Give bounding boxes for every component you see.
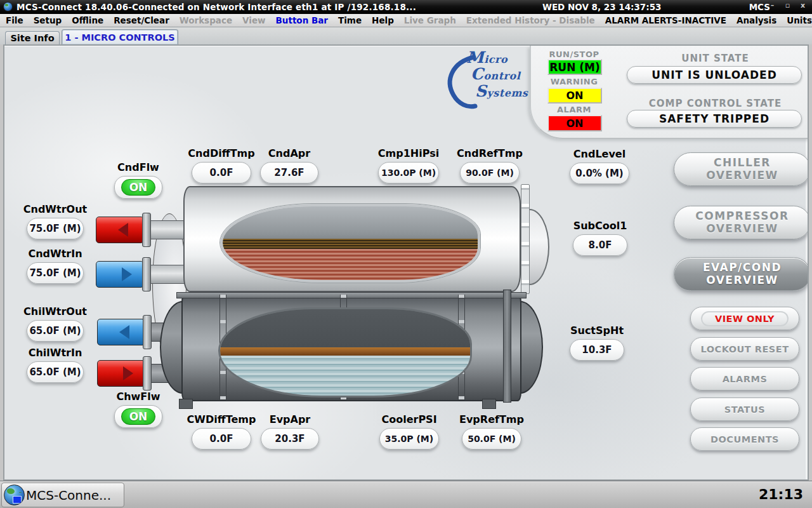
sensor-label: ChwFlw xyxy=(109,391,167,403)
sensor-subcool1: SubCool1 8.0F xyxy=(565,220,635,256)
taskbar-clock: 21:13 xyxy=(759,486,803,502)
sensor-label: CndWtrOut xyxy=(17,203,93,215)
sensor-value[interactable]: 10.3F xyxy=(570,339,624,361)
view-only-button[interactable]: VIEW ONLY xyxy=(690,307,799,330)
status-button[interactable]: STATUS xyxy=(690,398,799,421)
minimize-icon[interactable]: – xyxy=(768,1,776,10)
main-panel: RUN/STOP RUN (M) WARNING ON ALARM ON UNI… xyxy=(3,44,809,481)
menu-view: View xyxy=(242,15,265,25)
menu-button-bar[interactable]: Button Bar xyxy=(276,15,328,25)
chiller-overview-button[interactable]: CHILLER OVERVIEW xyxy=(674,152,809,186)
menu-offline[interactable]: Offline xyxy=(72,15,103,25)
tab-bar: Site Info 1 - MICRO CONTROLS xyxy=(0,27,812,44)
sensor-cndwtrin: CndWtrIn 75.0F (M) xyxy=(17,248,93,284)
sensor-value[interactable]: 90.0F (M) xyxy=(460,162,520,184)
taskbar-app-button[interactable]: MCS-Conne... xyxy=(1,483,124,507)
evaporator-top-rim xyxy=(176,292,527,298)
cond-water-in-pipe xyxy=(96,261,144,288)
sensor-value[interactable]: 35.0P (M) xyxy=(379,428,439,450)
condenser-vapor-zone xyxy=(223,206,478,239)
run-stop-indicator: RUN (M) xyxy=(547,59,602,75)
nav-button-line1: EVAP/COND xyxy=(703,262,782,274)
sensor-label: CoolerPSI xyxy=(374,413,444,425)
condenser-refrigerant-view xyxy=(220,204,480,283)
menu-units[interactable]: Units xyxy=(787,15,812,25)
comp-control-state-value: SAFETY TRIPPED xyxy=(627,110,802,128)
pipe-collar xyxy=(143,315,152,349)
evaporator-right-cap xyxy=(520,301,543,394)
maximize-icon[interactable]: ▫ xyxy=(783,1,792,10)
menu-help[interactable]: Help xyxy=(372,15,394,25)
pipe-collar xyxy=(142,257,151,291)
on-indicator: ON xyxy=(121,408,155,425)
sensor-label: SubCool1 xyxy=(565,220,635,232)
unit-state-label: UNIT STATE xyxy=(628,53,802,64)
sensor-label: CndDiffTmp xyxy=(187,147,256,159)
menu-file[interactable]: File xyxy=(6,15,23,25)
sensor-value[interactable]: 20.3F xyxy=(261,428,319,450)
sensor-cwdifftemp: CWDiffTemp 0.0F xyxy=(186,413,257,450)
tab-site-info[interactable]: Site Info xyxy=(5,31,60,44)
chwflw-status-pill[interactable]: ON xyxy=(114,405,162,428)
sensor-label: EvpApr xyxy=(255,413,325,425)
alarms-button[interactable]: ALARMS xyxy=(690,367,799,391)
sensor-label: ChilWtrIn xyxy=(17,347,93,359)
sensor-label: EvpRefTmp xyxy=(457,413,527,425)
warning-indicator: ON xyxy=(547,88,602,104)
nav-button-line2: OVERVIEW xyxy=(706,170,778,182)
sensor-label: CndRefTmp xyxy=(455,147,525,159)
condenser-in-nozzle xyxy=(150,265,187,284)
close-icon[interactable]: x xyxy=(799,1,807,10)
sensor-cndwtrout: CndWtrOut 75.0F (M) xyxy=(17,203,93,239)
menu-analysis[interactable]: Analysis xyxy=(737,15,776,25)
pipe-collar xyxy=(142,213,151,247)
evap-cond-overview-button[interactable]: EVAP/COND OVERVIEW xyxy=(674,257,809,291)
sensor-value[interactable]: 0.0% (M) xyxy=(570,163,629,184)
logo-word-systems: Systems xyxy=(475,83,537,100)
flow-arrow-left-icon xyxy=(119,325,129,339)
cond-water-out-pipe xyxy=(96,217,144,243)
condenser-flange xyxy=(521,184,530,294)
sensor-value[interactable]: 65.0F (M) xyxy=(27,320,84,342)
sensor-value[interactable]: 27.6F xyxy=(260,162,318,184)
chilled-water-out-pipe xyxy=(97,319,145,345)
alarm-label: ALARM xyxy=(536,105,612,114)
on-indicator: ON xyxy=(121,179,155,196)
menu-alarm-alerts[interactable]: ALARM ALERTS-INACTIVE xyxy=(605,15,726,25)
lockout-reset-button[interactable]: LOCKOUT RESET xyxy=(690,337,799,361)
sensor-value[interactable]: 0.0F xyxy=(192,162,251,184)
sensor-value[interactable]: 8.0F xyxy=(573,234,627,256)
sensor-cndapr: CndApr 27.6F xyxy=(254,147,324,184)
evaporator-tube-band xyxy=(220,347,470,356)
menu-time[interactable]: Time xyxy=(338,15,362,25)
sensor-cmp1hipsi: Cmp1HiPsi 130.0P (M) xyxy=(374,147,443,184)
sensor-value[interactable]: 75.0F (M) xyxy=(27,218,84,239)
globe-icon xyxy=(4,485,25,505)
tab-micro-controls[interactable]: 1 - MICRO CONTROLS xyxy=(62,29,178,44)
cndflw-status-pill[interactable]: ON xyxy=(114,176,162,199)
sensor-cndreftmp: CndRefTmp 90.0F (M) xyxy=(455,147,525,184)
sensor-value[interactable]: 50.0F (M) xyxy=(462,428,521,450)
evaporator-refrigerant-view xyxy=(218,307,472,398)
documents-button[interactable]: DOCUMENTS xyxy=(690,427,799,451)
nav-button-line2: OVERVIEW xyxy=(706,223,778,236)
condenser-out-nozzle xyxy=(150,220,187,239)
sensor-value[interactable]: 130.0P (M) xyxy=(378,162,439,184)
flow-arrow-left-icon xyxy=(118,223,128,237)
compressor-overview-button[interactable]: COMPRESSOR OVERVIEW xyxy=(674,206,809,239)
sensor-value[interactable]: 65.0F (M) xyxy=(27,361,84,383)
sensor-value[interactable]: 0.0F xyxy=(192,428,251,450)
run-stop-label: RUN/STOP xyxy=(536,50,612,59)
window-title: MCS-Connect 18.40.06-Connected on Networ… xyxy=(16,2,416,12)
menu-bar: File Setup Offline Reset/Clear Workspace… xyxy=(0,14,812,27)
sensor-chilwtrout: ChilWtrOut 65.0F (M) xyxy=(17,305,93,342)
view-only-label: VIEW ONLY xyxy=(701,311,789,326)
menu-extended-history: Extended History - Disable xyxy=(466,15,595,25)
warning-label: WARNING xyxy=(536,77,612,86)
menu-live-graph: Live Graph xyxy=(404,15,456,25)
sensor-cndflw: CndFlw ON xyxy=(109,161,167,199)
menu-reset-clear[interactable]: Reset/Clear xyxy=(114,15,169,25)
sensor-value[interactable]: 75.0F (M) xyxy=(27,262,84,284)
title-bar: MCS-Connect 18.40.06-Connected on Networ… xyxy=(0,0,812,14)
menu-setup[interactable]: Setup xyxy=(34,15,62,25)
